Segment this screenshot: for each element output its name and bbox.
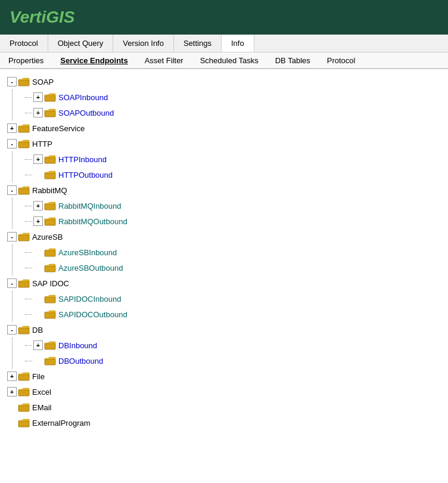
tree-row-azuresb[interactable]: - AzureSB xyxy=(5,229,443,244)
folder-icon xyxy=(18,185,30,195)
toggle-btn[interactable]: + xyxy=(7,371,17,381)
tree-row-db-outbound[interactable]: DBOutbound xyxy=(32,353,443,369)
tree-row-soap-inbound[interactable]: + SOAPInbound xyxy=(32,89,443,105)
tree-row-rabbitmq[interactable]: - RabbitMQ xyxy=(5,182,443,198)
toggle-btn[interactable]: + xyxy=(33,201,43,210)
tree-row-sap-idoc[interactable]: - SAP IDOC xyxy=(5,275,443,291)
main-tabs: ProtocolObject QueryVersion InfoSettings… xyxy=(0,35,448,52)
child-row-azuresb-inbound: AzureSBInbound xyxy=(25,244,443,260)
tree-row-excel[interactable]: + Excel xyxy=(5,384,443,400)
sub-tab-service-endpoints[interactable]: Service Endpoints xyxy=(52,52,136,68)
toggle-btn[interactable]: + xyxy=(7,387,17,397)
main-tab-info[interactable]: Info xyxy=(222,35,254,52)
logo-bold: Verti xyxy=(10,8,46,26)
sub-tab-properties[interactable]: Properties xyxy=(0,52,52,68)
hline xyxy=(25,345,32,346)
folder-icon xyxy=(18,418,30,428)
child-content-azuresb-inbound: AzureSBInbound xyxy=(32,244,443,260)
node-label-db-outbound: DBOutbound xyxy=(58,357,103,366)
folder-icon xyxy=(18,232,30,242)
toggle-btn[interactable]: + xyxy=(33,154,43,164)
main-tab-protocol[interactable]: Protocol xyxy=(0,35,48,52)
folder-icon xyxy=(44,340,56,350)
children-http: + HTTPInbound HTTPOutbound xyxy=(25,151,443,182)
node-label-azuresb-outbound: AzureSBOutbound xyxy=(58,264,123,273)
sub-tab-asset-filter[interactable]: Asset Filter xyxy=(136,52,192,68)
tree-row-soap-outbound[interactable]: + SOAPOutbound xyxy=(32,105,443,120)
folder-icon xyxy=(44,356,56,366)
child-content-rabbitmq-outbound: + RabbitMQOutbound xyxy=(32,213,443,229)
node-label-azuresb: AzureSB xyxy=(32,233,63,242)
sub-tab-protocol[interactable]: Protocol xyxy=(319,52,364,68)
folder-icon xyxy=(18,325,30,335)
toggle-btn[interactable]: - xyxy=(7,278,17,288)
toggle-btn[interactable]: - xyxy=(7,185,17,195)
tree-row-db-inbound[interactable]: + DBInbound xyxy=(32,338,443,353)
folder-icon xyxy=(18,278,30,288)
sub-tab-db-tables[interactable]: DB Tables xyxy=(267,52,319,68)
toggle-btn[interactable]: + xyxy=(33,108,43,117)
hline xyxy=(25,299,32,299)
toggle-btn[interactable]: - xyxy=(7,232,17,242)
hconnect xyxy=(25,244,32,260)
tree-row-sapidoc-inbound[interactable]: SAPIDOCInbound xyxy=(32,291,443,306)
child-content-soap-outbound: + SOAPOutbound xyxy=(32,105,443,120)
node-label-http: HTTP xyxy=(32,140,52,148)
sub-tab-scheduled-tasks[interactable]: Scheduled Tasks xyxy=(192,52,267,68)
tree-area[interactable]: - SOAP+ SOAPInbound+ SOAPOutbound+ Featu… xyxy=(0,69,448,483)
node-label-soap-outbound: SOAPOutbound xyxy=(58,109,114,117)
tree-row-feature-service[interactable]: + FeatureService xyxy=(5,120,443,136)
folder-icon xyxy=(44,247,56,257)
toggle-btn[interactable]: + xyxy=(33,340,43,350)
main-tab-version-info[interactable]: Version Info xyxy=(113,35,174,52)
tree-row-http-outbound[interactable]: HTTPOutbound xyxy=(32,167,443,182)
node-label-soap: SOAP xyxy=(32,78,54,86)
tree-row-email[interactable]: EMail xyxy=(5,400,443,415)
tree-row-rabbitmq-outbound[interactable]: + RabbitMQOutbound xyxy=(32,213,443,229)
svg-rect-11 xyxy=(45,250,55,256)
node-label-sap-idoc: SAP IDOC xyxy=(32,279,69,288)
folder-icon xyxy=(18,123,30,133)
node-label-rabbitmq-outbound: RabbitMQOutbound xyxy=(58,217,127,226)
node-label-sapidoc-outbound: SAPIDOCOutbound xyxy=(58,310,127,319)
tree-row-http-inbound[interactable]: + HTTPInbound xyxy=(32,151,443,167)
hline xyxy=(25,221,32,222)
tree-node-feature-service: + FeatureService xyxy=(5,120,443,136)
children-soap: + SOAPInbound+ SOAPOutbound xyxy=(25,89,443,120)
tree-row-azuresb-outbound[interactable]: AzureSBOutbound xyxy=(32,260,443,275)
toggle-btn[interactable]: - xyxy=(7,77,17,86)
toggle-btn[interactable]: - xyxy=(7,139,17,148)
tree-row-soap[interactable]: - SOAP xyxy=(5,74,443,89)
tree-row-external-program[interactable]: ExternalProgram xyxy=(5,415,443,431)
vline xyxy=(12,291,25,322)
tree-row-azuresb-inbound[interactable]: AzureSBInbound xyxy=(32,244,443,260)
svg-rect-18 xyxy=(45,359,55,365)
header: VertiGIS xyxy=(0,0,448,35)
toggle-btn[interactable]: + xyxy=(7,123,17,133)
hline xyxy=(25,252,32,253)
logo-green: GIS xyxy=(46,8,74,26)
tree-row-db[interactable]: - DB xyxy=(5,322,443,338)
tree-node-rabbitmq: - RabbitMQ+ RabbitMQInbound+ RabbitMQOut… xyxy=(5,182,443,229)
hline xyxy=(25,314,32,315)
main-tab-object-query[interactable]: Object Query xyxy=(48,35,114,52)
svg-rect-16 xyxy=(18,328,29,334)
tree-row-http[interactable]: - HTTP xyxy=(5,136,443,151)
node-label-azuresb-inbound: AzureSBInbound xyxy=(58,248,117,257)
child-row-sapidoc-inbound: SAPIDOCInbound xyxy=(25,291,443,306)
tree-row-rabbitmq-inbound[interactable]: + RabbitMQInbound xyxy=(32,198,443,213)
toggle-btn[interactable]: + xyxy=(33,216,43,226)
svg-rect-12 xyxy=(45,266,55,272)
hline xyxy=(25,206,32,206)
child-row-rabbitmq-outbound: + RabbitMQOutbound xyxy=(25,213,443,229)
node-label-rabbitmq: RabbitMQ xyxy=(32,186,67,195)
child-row-db-inbound: + DBInbound xyxy=(25,338,443,353)
tree-row-file[interactable]: + File xyxy=(5,369,443,384)
toggle-btn[interactable]: - xyxy=(7,325,17,335)
toggle-btn[interactable]: + xyxy=(33,92,43,102)
child-content-rabbitmq-inbound: + RabbitMQInbound xyxy=(32,198,443,213)
hconnect xyxy=(25,306,32,322)
main-tab-settings[interactable]: Settings xyxy=(174,35,222,52)
tree-node-azuresb: - AzureSB AzureSBInbound AzureSBOutbound xyxy=(5,229,443,275)
tree-row-sapidoc-outbound[interactable]: SAPIDOCOutbound xyxy=(32,306,443,322)
